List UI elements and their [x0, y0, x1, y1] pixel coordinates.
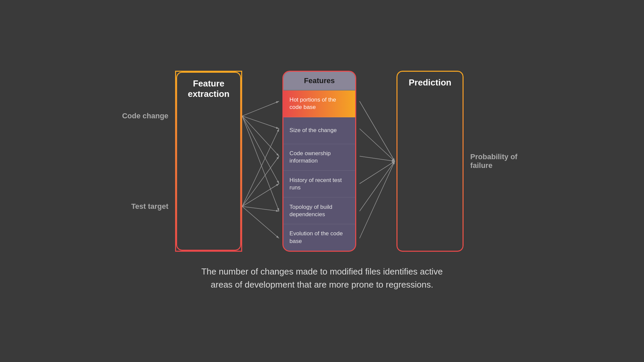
arrows-left [242, 71, 282, 252]
feature-item-ownership: Code ownership information [283, 144, 355, 171]
right-arrows-svg [356, 71, 396, 252]
features-box: Features Hot portions of the code base S… [282, 71, 356, 252]
svg-line-9 [242, 206, 279, 211]
probability-label: Probability of failure [470, 153, 523, 170]
feature-item-evolution: Evolution of the code base [283, 224, 355, 251]
svg-line-17 [360, 161, 395, 238]
svg-line-12 [360, 101, 395, 161]
features-header-text: Features [304, 76, 335, 85]
svg-line-14 [360, 156, 395, 161]
features-header: Features [283, 72, 355, 90]
feature-item-history: History of recent test runs [283, 171, 355, 197]
test-target-label: Test target [131, 202, 168, 211]
feature-extraction-title: Featureextraction [188, 78, 229, 99]
feature-extraction-box: Featureextraction [175, 71, 242, 252]
feature-item-topology: Topology of build dependencies [283, 197, 355, 224]
prediction-box: Prediction [396, 71, 464, 252]
svg-line-13 [360, 129, 395, 161]
right-labels: Probability of failure [464, 71, 523, 252]
left-arrows-svg [242, 71, 282, 252]
main-container: Code change Test target Featureextractio… [0, 71, 644, 291]
feature-item-size: Size of the change [283, 117, 355, 144]
diagram-row: Code change Test target Featureextractio… [121, 71, 523, 252]
svg-line-10 [242, 206, 279, 238]
caption: The number of changes made to modified f… [201, 265, 443, 291]
prediction-title: Prediction [409, 77, 451, 88]
svg-line-1 [242, 101, 279, 116]
svg-line-16 [360, 161, 395, 211]
feature-item-hot: Hot portions of the code base [283, 90, 355, 117]
left-labels: Code change Test target [121, 71, 175, 252]
arrows-right [356, 71, 396, 252]
features-list: Hot portions of the code base Size of th… [283, 90, 355, 251]
code-change-label: Code change [122, 112, 168, 120]
